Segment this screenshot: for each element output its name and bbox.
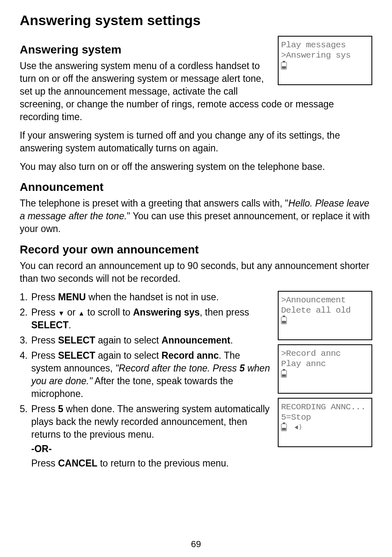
text: Press: [31, 292, 58, 302]
step-item: Press 5 when done. The answering system …: [20, 403, 372, 441]
text: , then press: [200, 307, 249, 318]
battery-icon: [281, 62, 287, 70]
down-arrow-icon: ▼: [58, 310, 65, 317]
page-title: Answering system settings: [20, 12, 372, 28]
bold-text: CANCEL: [58, 458, 97, 469]
paragraph: You can record an announcement up to 90 …: [20, 260, 372, 285]
step-item: Press ▼ or ▲ to scroll to Answering sys,…: [20, 306, 372, 332]
text: again to select: [95, 350, 161, 361]
bold-text: 5: [58, 404, 63, 414]
text: .: [69, 320, 71, 330]
step-item: Press SELECT again to select Record annc…: [20, 349, 372, 400]
text: .: [230, 335, 233, 346]
text: again to select: [95, 335, 161, 346]
text: Press: [31, 458, 58, 469]
text: when the handset is not in use.: [86, 292, 219, 302]
lcd-line: >Answering sys: [281, 50, 369, 60]
text: or: [65, 307, 78, 318]
text: to scroll to: [85, 307, 133, 318]
text: Press: [31, 335, 58, 346]
step-item: Press MENU when the handset is not in us…: [20, 291, 372, 304]
bold-text: Answering sys: [133, 307, 200, 318]
italic-text: "Record after the tone. Press: [115, 363, 240, 374]
paragraph: The telephone is preset with a greeting …: [20, 197, 372, 235]
bold-text: SELECT: [31, 320, 69, 330]
paragraph: If your answering system is turned off a…: [20, 129, 372, 155]
section-heading-announcement: Announcement: [20, 181, 372, 194]
steps-list: Press MENU when the handset is not in us…: [20, 291, 372, 441]
paragraph: You may also turn on or off the answerin…: [20, 160, 372, 173]
bold-italic-text: 5: [240, 363, 245, 374]
text: Press: [31, 307, 58, 318]
text: The telephone is preset with a greeting …: [20, 198, 288, 209]
up-arrow-icon: ▲: [78, 310, 85, 317]
text: when done. The answering system automati…: [31, 404, 270, 440]
text: to return to the previous menu.: [97, 458, 229, 469]
bold-text: Announcement: [161, 335, 230, 346]
bold-text: MENU: [58, 292, 86, 302]
lcd-screen-answering-sys: Play messages >Answering sys: [278, 36, 372, 85]
bold-text: SELECT: [58, 335, 95, 346]
text: Press: [31, 404, 58, 414]
page-number: 69: [0, 539, 392, 550]
section-heading-record-announcement: Record your own announcement: [20, 243, 372, 256]
step-item: Press SELECT again to select Announcemen…: [20, 334, 372, 347]
text: Press: [31, 350, 58, 361]
bold-text: Record annc: [161, 350, 219, 361]
lcd-line: Play messages: [281, 40, 369, 50]
bold-text: SELECT: [58, 350, 95, 361]
sub-instruction: Press CANCEL to return to the previous m…: [20, 457, 372, 470]
